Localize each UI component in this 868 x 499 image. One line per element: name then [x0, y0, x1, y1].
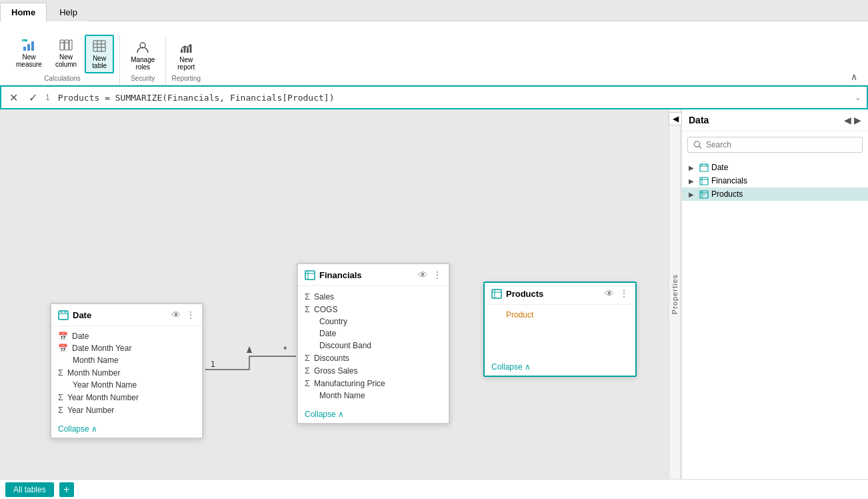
svg-text:fx: fx	[23, 39, 25, 42]
new-column-label: Newcolumn	[55, 53, 77, 68]
formula-confirm-button[interactable]: ✓	[26, 90, 40, 105]
bottom-bar: All tables +	[0, 479, 868, 499]
date-table-title: Date	[58, 310, 91, 320]
collapse-panel-button[interactable]: ◀	[669, 112, 682, 125]
ribbon-group-security: Manageroles Security	[120, 37, 166, 85]
formula-expand-button[interactable]: ⌄	[855, 93, 861, 102]
new-report-button[interactable]: Newreport	[171, 37, 201, 73]
financials-field-grosssales-label: Gross Sales	[314, 366, 357, 376]
manage-roles-label: Manageroles	[131, 56, 155, 71]
date-table-card: Date 👁 ⋮ 📅 Date 📅 Date Month Year	[50, 303, 203, 439]
products-table-collapse[interactable]: Collapse ∧	[485, 358, 635, 376]
products-field-product: Product	[491, 309, 629, 321]
products-table-preview-icon[interactable]: 👁	[605, 288, 614, 299]
cogs-sigma-icon: Σ	[305, 304, 310, 314]
financials-field-discountband: Discount Band	[305, 340, 442, 352]
monthnumber-sigma-icon: Σ	[58, 368, 63, 378]
date-field-date-label: Date	[72, 332, 89, 341]
financials-field-country: Country	[305, 316, 442, 328]
date-field-yearmonthnumber: Σ Year Month Number	[58, 391, 195, 404]
financials-table-more-icon[interactable]: ⋮	[433, 270, 442, 280]
svg-text:1: 1	[211, 360, 215, 369]
tree-products-label: Products	[711, 189, 743, 199]
data-panel: Data ◀ ▶ ▶	[681, 109, 868, 479]
date-table-body: 📅 Date 📅 Date Month Year Month Name Σ Mo…	[51, 326, 202, 420]
financials-table-preview-icon[interactable]: 👁	[418, 270, 427, 280]
products-table-body: Product	[485, 305, 635, 358]
tree-item-products[interactable]: ▶ * Products	[682, 187, 868, 201]
products-table-name: Products	[506, 289, 543, 299]
manage-roles-button[interactable]: Manageroles	[125, 37, 160, 73]
svg-line-37	[699, 146, 701, 148]
data-search-box	[687, 137, 863, 153]
svg-rect-16	[181, 49, 183, 53]
date-table-name: Date	[73, 310, 91, 320]
diagram-canvas[interactable]: * 1 Date 👁 ⋮	[0, 109, 681, 479]
products-table-icon	[491, 288, 502, 299]
add-table-button[interactable]: +	[59, 482, 74, 497]
svg-rect-2	[31, 41, 34, 51]
properties-label: Properties	[671, 274, 679, 314]
new-column-button[interactable]: Newcolumn	[50, 35, 82, 73]
date-field-date: 📅 Date	[58, 330, 195, 342]
search-input[interactable]	[706, 140, 857, 149]
date-field-monthname-label: Month Name	[73, 356, 119, 365]
date-table-icon	[58, 310, 69, 320]
svg-rect-6	[65, 40, 69, 50]
date-table-collapse[interactable]: Collapse ∧	[51, 420, 202, 438]
all-tables-tab[interactable]: All tables	[5, 482, 54, 497]
products-table-more-icon[interactable]: ⋮	[619, 288, 629, 299]
financials-tree-arrow: ▶	[689, 177, 697, 185]
sales-sigma-icon: Σ	[305, 292, 310, 302]
new-column-icon	[59, 37, 73, 52]
panel-back-button[interactable]: ◀	[844, 115, 851, 125]
products-tree-icon: *	[699, 189, 709, 199]
financials-table-icon	[305, 270, 315, 280]
svg-rect-42	[700, 177, 708, 185]
financials-field-discounts: Σ Discounts	[305, 352, 442, 364]
tree-item-financials[interactable]: ▶ Financials	[682, 174, 868, 187]
products-field-product-label: Product	[506, 310, 533, 320]
tab-help[interactable]: Help	[48, 3, 89, 21]
financials-table-header: Financials 👁 ⋮	[298, 264, 449, 286]
svg-point-36	[694, 141, 699, 147]
financials-field-manufacturingprice: Σ Manufacturing Price	[305, 377, 442, 390]
financials-table-card: Financials 👁 ⋮ Σ Sales Σ COGS Co	[297, 263, 450, 424]
date-table-actions: 👁 ⋮	[171, 310, 195, 320]
new-table-label: Newtable	[92, 55, 107, 69]
new-table-icon	[92, 39, 107, 53]
formula-line-number: 1	[45, 93, 50, 102]
tab-home[interactable]: Home	[0, 3, 47, 21]
financials-field-date-label: Date	[319, 329, 336, 338]
financials-field-grosssales: Σ Gross Sales	[305, 364, 442, 377]
financials-field-date: Date	[305, 328, 442, 340]
collapse-ribbon-button[interactable]: ∧	[851, 71, 857, 82]
new-measure-button[interactable]: fx Newmeasure	[11, 35, 47, 73]
products-table-card: Products 👁 ⋮ Product Collapse ∧	[483, 282, 637, 377]
svg-rect-5	[60, 40, 64, 50]
financials-table-collapse[interactable]: Collapse ∧	[298, 406, 449, 423]
tree-item-date[interactable]: ▶ Date	[682, 161, 868, 174]
new-table-button[interactable]: Newtable	[85, 35, 114, 73]
calculations-group-label: Calculations	[44, 73, 80, 85]
date-field-monthnumber-label: Month Number	[67, 368, 120, 378]
formula-cancel-button[interactable]: ✕	[7, 90, 21, 105]
date-field-monthname: Month Name	[58, 354, 195, 366]
security-group-label: Security	[131, 73, 155, 85]
svg-rect-1	[27, 44, 30, 51]
financials-field-monthname: Month Name	[305, 390, 442, 402]
date-field-monthnumber: Σ Month Number	[58, 366, 195, 379]
panel-forward-button[interactable]: ▶	[854, 115, 861, 125]
svg-rect-30	[305, 271, 315, 280]
new-report-label: Newreport	[177, 56, 195, 71]
formula-text[interactable]: Products = SUMMARIZE(Financials, Financi…	[58, 93, 849, 103]
data-tree: ▶ Date ▶ Financials	[682, 158, 868, 203]
financials-field-cogs-label: COGS	[314, 305, 337, 314]
svg-rect-33	[492, 290, 501, 298]
date-table-preview-icon[interactable]: 👁	[171, 310, 181, 320]
search-icon	[693, 140, 702, 149]
datemonthyear-calendar-icon: 📅	[58, 344, 68, 353]
data-panel-title: Data	[689, 115, 709, 125]
date-table-more-icon[interactable]: ⋮	[186, 310, 195, 320]
svg-rect-26	[59, 311, 68, 320]
